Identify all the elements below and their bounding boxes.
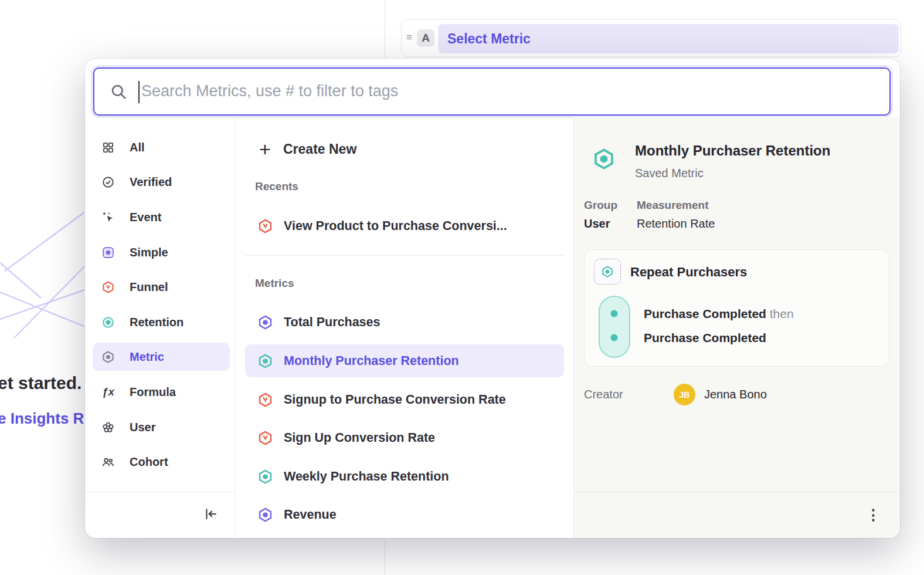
- creator-avatar: JB: [674, 384, 695, 405]
- sidebar-item-label: User: [130, 421, 155, 434]
- drag-handle-icon[interactable]: ≡: [406, 32, 412, 43]
- funnel-metric-icon: [257, 430, 273, 446]
- category-sidebar: All Verified Event Simple Funnel Retenti…: [85, 117, 235, 538]
- metric-picker-modal: All Verified Event Simple Funnel Retenti…: [85, 59, 900, 538]
- create-new-label: Create New: [283, 141, 356, 157]
- metric-item-label: Signup to Purchase Conversion Rate: [284, 393, 506, 407]
- select-metric-field[interactable]: Select Metric: [438, 24, 899, 53]
- metric-hexagon-icon: [101, 350, 115, 364]
- sidebar-item-simple[interactable]: Simple: [93, 238, 230, 266]
- retention-metric-icon: [257, 353, 273, 369]
- metric-item[interactable]: Revenue: [245, 498, 564, 531]
- sidebar-item-label: Funnel: [130, 280, 168, 294]
- user-profile-icon: [101, 421, 115, 434]
- metric-item-selected[interactable]: Monthly Purchaser Retention: [245, 344, 564, 377]
- metric-item[interactable]: Total Purchases: [245, 306, 564, 339]
- metric-item-label: Sign Up Conversion Rate: [284, 431, 435, 445]
- sidebar-item-cohort[interactable]: Cohort: [93, 448, 230, 476]
- sidebar-item-formula[interactable]: ƒx Formula: [93, 378, 230, 406]
- sidebar-item-label: Simple: [130, 246, 168, 259]
- metric-definition-card: Repeat Purchasers Purchase Completed the…: [584, 249, 889, 367]
- funnel-icon: [101, 280, 115, 294]
- recent-item-label: View Product to Purchase Conversi...: [284, 219, 507, 234]
- sidebar-item-retention[interactable]: Retention: [93, 308, 230, 336]
- sidebar-item-label: Retention: [130, 316, 184, 329]
- retention-metric-icon: [601, 265, 614, 278]
- grid-icon: [101, 141, 115, 154]
- sidebar-item-label: Metric: [130, 350, 164, 364]
- sidebar-item-label: All: [130, 141, 145, 154]
- metrics-header: Metrics: [255, 277, 294, 290]
- sidebar-item-user[interactable]: User: [93, 413, 230, 441]
- measurement-value: Retention Rate: [637, 217, 715, 231]
- simple-metric-icon: [257, 507, 273, 523]
- verified-badge-icon: [101, 175, 115, 189]
- metric-item-label: Revenue: [284, 508, 337, 522]
- definition-step-1: Purchase Completed then: [644, 307, 794, 321]
- recent-item[interactable]: View Product to Purchase Conversi...: [245, 209, 564, 242]
- definition-title: Repeat Purchasers: [630, 265, 747, 280]
- metric-item[interactable]: Sign Up Conversion Rate: [245, 421, 564, 454]
- creator-label: Creator: [584, 388, 623, 401]
- event-steps-capsule: [599, 296, 630, 358]
- metric-item-label: Monthly Purchaser Retention: [284, 354, 459, 368]
- detail-subtitle: Saved Metric: [635, 167, 704, 180]
- event-cursor-icon: [101, 211, 115, 224]
- sidebar-item-event[interactable]: Event: [93, 203, 230, 231]
- more-options-button[interactable]: ⋮: [862, 505, 882, 525]
- list-divider: [245, 255, 564, 256]
- sidebar-item-funnel[interactable]: Funnel: [93, 273, 230, 301]
- definition-step-2: Purchase Completed: [644, 331, 766, 345]
- search-input[interactable]: [140, 70, 867, 112]
- select-metric-label: Select Metric: [447, 31, 531, 47]
- background-headline: et started.: [0, 373, 81, 393]
- plus-icon: +: [257, 141, 273, 157]
- metric-detail-panel: Monthly Purchaser Retention Saved Metric…: [573, 117, 900, 538]
- creator-name: Jenna Bono: [704, 388, 767, 401]
- search-box[interactable]: [93, 67, 891, 116]
- recents-header: Recents: [255, 180, 298, 193]
- create-new-button[interactable]: + Create New: [245, 134, 564, 164]
- funnel-metric-icon: [257, 392, 273, 408]
- event-hexagon-icon: [609, 309, 619, 319]
- metric-list: + Create New Recents View Product to Pur…: [235, 117, 573, 538]
- sidebar-item-label: Event: [130, 211, 161, 224]
- formula-icon: ƒx: [101, 385, 115, 399]
- group-value: User: [584, 217, 610, 231]
- funnel-metric-icon: [257, 218, 273, 234]
- sidebar-item-label: Verified: [130, 175, 172, 189]
- sidebar-item-label: Cohort: [130, 455, 168, 469]
- definition-icon-box: [594, 259, 621, 285]
- detail-footer-divider: [574, 492, 900, 492]
- retention-icon: [101, 316, 115, 329]
- event-hexagon-icon: [609, 333, 619, 343]
- sidebar-item-all[interactable]: All: [93, 133, 230, 161]
- sidebar-footer-divider: [85, 492, 235, 492]
- collapse-left-icon: [203, 506, 219, 522]
- step-connector: then: [766, 307, 794, 320]
- measurement-label: Measurement: [637, 199, 709, 212]
- sidebar-item-label: Formula: [130, 385, 176, 399]
- group-label: Group: [584, 199, 617, 212]
- step-event-name: Purchase Completed: [644, 307, 766, 320]
- metric-item-label: Weekly Purchase Retention: [284, 469, 449, 484]
- cohort-icon: [101, 455, 115, 469]
- metric-item-label: Total Purchases: [284, 315, 381, 330]
- sidebar-item-verified[interactable]: Verified: [93, 168, 230, 196]
- retention-metric-icon: [257, 469, 273, 485]
- collapse-sidebar-button[interactable]: [201, 505, 221, 525]
- detail-title: Monthly Purchaser Retention: [635, 143, 830, 159]
- metric-item[interactable]: Signup to Purchase Conversion Rate: [245, 383, 564, 416]
- retention-metric-icon: [592, 147, 616, 171]
- background-link[interactable]: e Insights Re: [0, 410, 93, 428]
- simple-metric-icon: [257, 314, 273, 330]
- metric-picker-bar: ≡ A Select Metric: [401, 19, 901, 57]
- sidebar-item-metric[interactable]: Metric: [93, 343, 230, 371]
- text-caret: [138, 81, 140, 103]
- simple-metric-icon: [101, 246, 115, 259]
- series-badge: A: [417, 29, 434, 47]
- metric-item[interactable]: Weekly Purchase Retention: [245, 460, 564, 493]
- search-icon: [110, 83, 128, 101]
